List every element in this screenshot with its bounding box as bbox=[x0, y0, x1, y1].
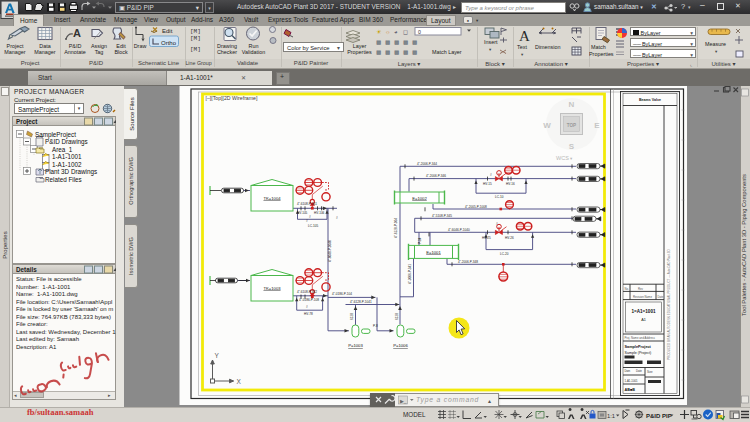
svg-text:P-8: P-8 bbox=[373, 324, 378, 328]
svg-text:No.: No. bbox=[625, 287, 630, 291]
svg-text:▾: ▾ bbox=[489, 47, 492, 52]
svg-text:SampleProject: SampleProject bbox=[625, 345, 652, 349]
svg-text:TOP: TOP bbox=[567, 123, 576, 128]
svg-text:TK=1003: TK=1003 bbox=[263, 286, 281, 291]
svg-text:▩: ▩ bbox=[394, 39, 399, 45]
svg-text:1-A1-1002: 1-A1-1002 bbox=[52, 161, 82, 168]
svg-text:◕: ◕ bbox=[394, 29, 398, 35]
svg-text:4"-6108-P-341: 4"-6108-P-341 bbox=[297, 202, 317, 206]
svg-text:HV-25: HV-25 bbox=[482, 236, 491, 240]
svg-text:E=1001: E=1001 bbox=[426, 250, 441, 255]
svg-text:▩: ▩ bbox=[412, 39, 417, 45]
svg-text:Y: Y bbox=[215, 352, 220, 359]
svg-text:▾: ▾ bbox=[715, 49, 718, 54]
svg-text:▩: ▩ bbox=[376, 49, 381, 55]
svg-text:N: N bbox=[569, 100, 575, 109]
svg-text:☀: ☀ bbox=[376, 29, 382, 35]
svg-text:S: S bbox=[569, 142, 575, 151]
svg-text:WCS: WCS bbox=[556, 155, 569, 161]
svg-text:A: A bbox=[519, 28, 530, 44]
svg-text:W: W bbox=[543, 121, 551, 130]
svg-text:Sample (Project): Sample (Project) bbox=[625, 351, 652, 355]
svg-text:Ortho: Ortho bbox=[161, 40, 177, 46]
svg-text:Beams Valve: Beams Valve bbox=[639, 98, 661, 102]
svg-text:HV-15: HV-15 bbox=[483, 182, 492, 186]
svg-text:1-A1-1001: 1-A1-1001 bbox=[52, 153, 82, 160]
svg-text:4"-0186-P-104: 4"-0186-P-104 bbox=[332, 292, 352, 296]
svg-text:LC-105: LC-105 bbox=[308, 224, 318, 228]
svg-text:Rev: Rev bbox=[638, 287, 644, 291]
svg-text:1:1: 1:1 bbox=[607, 413, 615, 419]
svg-text:▴: ▴ bbox=[488, 398, 491, 404]
svg-text:4"-0186-P-108: 4"-0186-P-108 bbox=[299, 298, 319, 302]
svg-text:6128: 6128 bbox=[350, 313, 354, 320]
svg-text:TK=1004: TK=1004 bbox=[263, 196, 281, 201]
svg-text:4"-2006-P-348: 4"-2006-P-348 bbox=[458, 260, 478, 264]
svg-text:Edit: Edit bbox=[162, 28, 173, 34]
svg-text:HV-106: HV-106 bbox=[314, 211, 325, 215]
svg-text:4"-2005-P-1008: 4"-2005-P-1008 bbox=[465, 205, 487, 209]
svg-text:Dwn: Dwn bbox=[625, 369, 631, 373]
svg-text:Text: Text bbox=[517, 44, 527, 50]
svg-text:E=1002: E=1002 bbox=[412, 196, 427, 201]
svg-text:[–][Top][2D Wireframe]: [–][Top][2D Wireframe] bbox=[206, 95, 258, 101]
svg-text:Dimension: Dimension bbox=[535, 44, 560, 50]
svg-text:Revision Name: Revision Name bbox=[633, 295, 652, 299]
svg-text:4"-6048-P-1040: 4"-6048-P-1040 bbox=[328, 240, 332, 262]
svg-text:PRODUCED BY AN AUTODESK EDUCAT: PRODUCED BY AN AUTODESK EDUCATIONAL PROD… bbox=[667, 248, 671, 360]
svg-text:#: # bbox=[490, 173, 492, 177]
svg-text:P-34: P-34 bbox=[418, 237, 422, 244]
svg-text:Match Layer: Match Layer bbox=[432, 49, 462, 55]
svg-text:4"-2006-P-346: 4"-2006-P-346 bbox=[426, 174, 446, 178]
svg-text:▩: ▩ bbox=[385, 49, 390, 55]
svg-text:▩: ▩ bbox=[403, 39, 408, 45]
svg-text:◻: ◻ bbox=[403, 29, 408, 35]
svg-text:LC-10: LC-10 bbox=[495, 195, 504, 199]
svg-text:4"-5108-P-345: 4"-5108-P-345 bbox=[432, 214, 452, 218]
svg-text:[M]: [M] bbox=[190, 28, 201, 35]
svg-text:Size: Size bbox=[647, 370, 653, 374]
svg-text:Measure: Measure bbox=[705, 41, 726, 47]
svg-text:▾: ▾ bbox=[521, 52, 524, 57]
svg-text:0: 0 bbox=[418, 29, 421, 35]
svg-text:Orthographic DWG: Orthographic DWG bbox=[128, 157, 134, 205]
svg-text:A1: A1 bbox=[641, 318, 646, 322]
svg-text:▩: ▩ bbox=[403, 49, 408, 55]
svg-text:1=A1=1001: 1=A1=1001 bbox=[631, 309, 655, 314]
svg-text:E: E bbox=[594, 121, 600, 130]
svg-text:▶_: ▶_ bbox=[400, 398, 407, 404]
svg-text:▩: ▩ bbox=[394, 49, 399, 55]
svg-text:4"-6128-P-1041: 4"-6128-P-1041 bbox=[350, 300, 372, 304]
svg-text:4"-6108-P-342: 4"-6108-P-342 bbox=[297, 290, 317, 294]
svg-text:[M]: [M] bbox=[190, 46, 201, 53]
svg-text:P&ID PIP: P&ID PIP bbox=[646, 413, 672, 419]
svg-text:Proj. Name and Address: Proj. Name and Address bbox=[625, 336, 656, 340]
svg-text:4"-2006-P-341: 4"-2006-P-341 bbox=[408, 264, 412, 284]
svg-text:#: # bbox=[336, 216, 338, 220]
svg-text:4"-6128-P-104: 4"-6128-P-104 bbox=[394, 218, 398, 238]
svg-text:1-A1-1001: 1-A1-1001 bbox=[625, 379, 639, 383]
svg-text:P=1006: P=1006 bbox=[393, 343, 408, 348]
svg-text:☼: ☼ bbox=[385, 29, 391, 35]
svg-text:▩: ▩ bbox=[412, 49, 417, 55]
svg-text:AB■B: AB■B bbox=[625, 388, 636, 392]
svg-text:6128: 6128 bbox=[395, 313, 399, 320]
svg-text:HV-105: HV-105 bbox=[297, 211, 308, 215]
svg-text:Date: Date bbox=[636, 369, 642, 373]
svg-text:▩: ▩ bbox=[376, 39, 381, 45]
svg-text:A: A bbox=[73, 27, 81, 39]
svg-text:#: # bbox=[306, 305, 308, 309]
svg-text:#: # bbox=[496, 222, 498, 226]
svg-text:Isometric DWG: Isometric DWG bbox=[128, 237, 134, 275]
svg-text:▩: ▩ bbox=[385, 39, 390, 45]
svg-text:P=1003: P=1003 bbox=[348, 343, 363, 348]
svg-text:Properties: Properties bbox=[589, 51, 614, 57]
svg-text:[M]: [M] bbox=[190, 35, 201, 42]
svg-text:Insert: Insert bbox=[484, 39, 498, 45]
svg-text:Related Files: Related Files bbox=[45, 176, 82, 183]
svg-text:Date: Date bbox=[658, 295, 664, 299]
svg-text:LC-20: LC-20 bbox=[500, 252, 509, 256]
svg-text:Source Files: Source Files bbox=[129, 97, 135, 130]
svg-text:Tool Palettes - AutoCAD Plant: Tool Palettes - AutoCAD Plant 3D - Pipin… bbox=[741, 174, 747, 316]
svg-text:4"-6046-P-1040: 4"-6046-P-1040 bbox=[448, 228, 470, 232]
